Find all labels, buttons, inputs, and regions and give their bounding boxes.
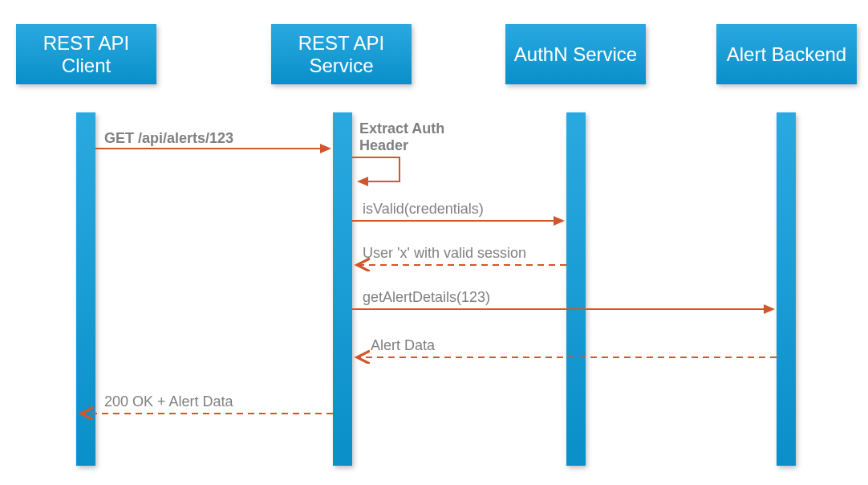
msg-alert-data: Alert Data (371, 337, 435, 354)
msg-get-alert-details: getAlertDetails(123) (363, 289, 490, 306)
participant-label: AuthN Service (514, 43, 637, 66)
participant-alert-backend: Alert Backend (716, 24, 857, 84)
msg-user-valid-session: User 'x' with valid session (363, 245, 526, 262)
lifeline-alert-backend (777, 112, 796, 466)
lifeline-rest-api-client (76, 112, 95, 466)
participant-rest-api-client: REST API Client (16, 24, 156, 84)
participant-rest-api-service: REST API Service (271, 24, 412, 84)
msg-200-ok: 200 OK + Alert Data (104, 393, 233, 410)
lifeline-authn-service (566, 112, 586, 466)
participant-label: Alert Backend (727, 43, 846, 66)
arrow-extract-auth (352, 157, 400, 181)
msg-get-alerts: GET /api/alerts/123 (104, 130, 233, 147)
participant-authn-service: AuthN Service (505, 24, 646, 84)
lifeline-rest-api-service (333, 112, 352, 466)
participant-label: REST API Client (21, 32, 152, 76)
msg-isvalid: isValid(credentials) (363, 201, 484, 218)
msg-extract-auth-header: Extract Auth Header (359, 120, 456, 153)
participant-label: REST API Service (276, 32, 407, 76)
